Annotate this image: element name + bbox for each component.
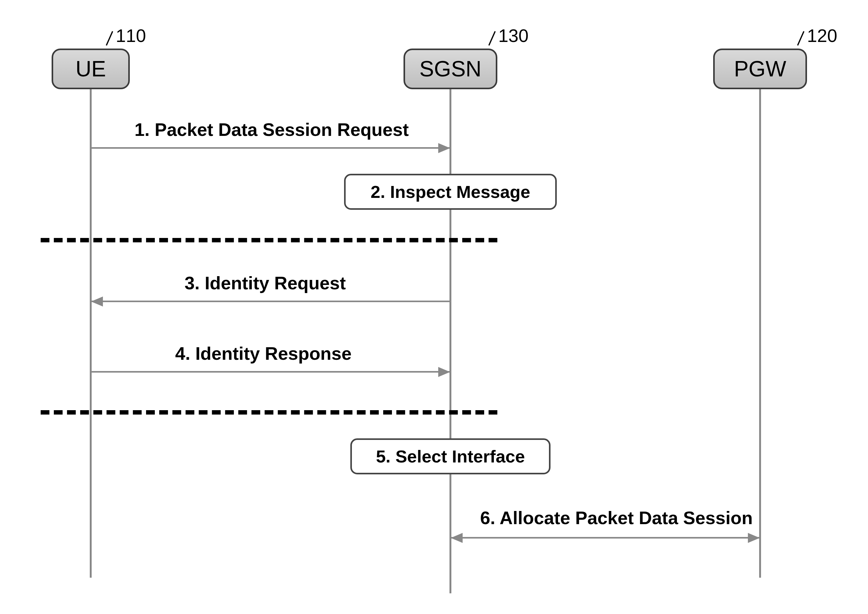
msg3-arrow — [91, 301, 450, 302]
lifeline-ue — [90, 89, 91, 578]
ref-sgsn-label: 130 — [498, 25, 529, 46]
msg5-box: 5. Select Interface — [350, 438, 550, 474]
ref-pgw-label: 120 — [807, 25, 837, 46]
divider-1 — [41, 238, 498, 242]
actor-pgw: PGW — [713, 48, 807, 89]
ref-ue-label: 110 — [116, 25, 146, 46]
msg1-label: 1. Packet Data Session Request — [135, 119, 409, 140]
msg1-arrow — [91, 147, 450, 149]
actor-ue: UE — [52, 48, 130, 89]
msg6-arrow — [451, 537, 759, 539]
msg4-arrow — [91, 371, 450, 373]
lifeline-sgsn — [450, 89, 451, 593]
ref-sgsn — [487, 30, 498, 47]
divider-2 — [41, 410, 498, 415]
actor-sgsn: SGSN — [403, 48, 498, 89]
ref-ue — [105, 30, 116, 47]
msg4-label: 4. Identity Response — [175, 343, 352, 364]
msg2-box: 2. Inspect Message — [344, 174, 557, 210]
msg6-label: 6. Allocate Packet Data Session — [480, 507, 753, 528]
msg3-label: 3. Identity Request — [184, 272, 346, 293]
ref-pgw — [796, 30, 807, 47]
lifeline-pgw — [759, 89, 761, 578]
